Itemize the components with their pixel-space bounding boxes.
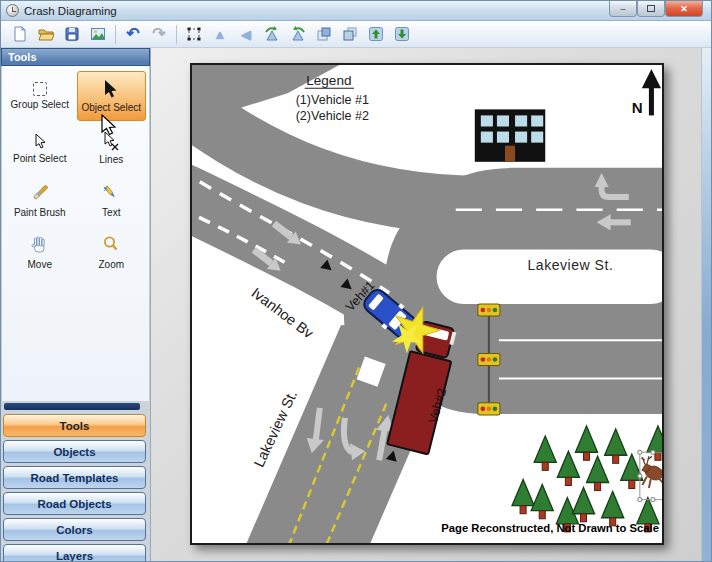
minimize-icon: – bbox=[620, 4, 625, 14]
legend-item: (2)Vehicle #2 bbox=[296, 109, 369, 123]
caption-buttons: – ✕ bbox=[609, 1, 703, 17]
north-arrow[interactable]: N bbox=[632, 69, 661, 116]
rotate-right-button[interactable] bbox=[285, 23, 311, 46]
tool-paint-brush[interactable]: Paint Brush bbox=[5, 175, 75, 225]
tree[interactable] bbox=[512, 479, 534, 513]
rotate-right-icon bbox=[289, 25, 307, 43]
footer-note: Page Reconstructed, Not Drawn to Scale bbox=[441, 522, 659, 534]
accordion-road-templates[interactable]: Road Templates bbox=[3, 466, 146, 489]
accordion-road-objects[interactable]: Road Objects bbox=[3, 492, 146, 515]
undo-button[interactable]: ↶ bbox=[120, 23, 146, 46]
tools-panel-title: Tools bbox=[8, 51, 37, 63]
tool-grid: Group Select Object Select Point Select … bbox=[1, 66, 150, 401]
tree[interactable] bbox=[605, 429, 627, 463]
drawing-workspace: Legend (1)Vehicle #1 (2)Vehicle #2 N bbox=[151, 48, 712, 562]
tool-label: Zoom bbox=[98, 259, 124, 270]
bring-to-front-button[interactable] bbox=[311, 23, 337, 46]
open-file-button[interactable] bbox=[33, 23, 59, 46]
undo-icon: ↶ bbox=[126, 26, 139, 42]
tool-label: Text bbox=[102, 207, 120, 218]
flip-vertical-button[interactable]: ▲ bbox=[207, 23, 233, 46]
tree[interactable] bbox=[602, 492, 624, 526]
building-door bbox=[505, 146, 515, 162]
accordion-layers[interactable]: Layers bbox=[3, 544, 146, 562]
tool-move[interactable]: Move bbox=[5, 227, 75, 277]
accordion-objects[interactable]: Objects bbox=[3, 440, 146, 463]
tool-group-select[interactable]: Group Select bbox=[5, 71, 75, 121]
window-edge bbox=[701, 48, 712, 562]
accordion-label: Road Objects bbox=[37, 498, 111, 510]
image-icon bbox=[89, 25, 107, 43]
select-transform-button[interactable] bbox=[181, 23, 207, 46]
accordion-colors[interactable]: Colors bbox=[3, 518, 146, 541]
flip-horizontal-icon: ◀ bbox=[241, 28, 251, 41]
accordion-tools[interactable]: Tools bbox=[3, 414, 146, 437]
street-label-lakeview-east: Lakeview St. bbox=[527, 257, 613, 273]
text-icon bbox=[100, 182, 122, 204]
move-up-button[interactable] bbox=[363, 23, 389, 46]
main-toolbar: ↶ ↷ ▲ ◀ bbox=[1, 21, 712, 48]
move-down-button[interactable] bbox=[389, 23, 415, 46]
open-folder-icon bbox=[37, 25, 55, 43]
tools-panel-header: Tools bbox=[1, 48, 150, 66]
selection-box-icon bbox=[185, 25, 203, 43]
accordion-label: Road Templates bbox=[31, 472, 119, 484]
legend-item: (1)Vehicle #1 bbox=[296, 93, 369, 107]
deer[interactable] bbox=[641, 456, 664, 488]
panel-accordion: Tools Objects Road Templates Road Object… bbox=[1, 412, 150, 562]
tool-zoom[interactable]: Zoom bbox=[77, 227, 147, 277]
accordion-label: Colors bbox=[56, 524, 92, 536]
paint-brush-icon bbox=[29, 182, 51, 204]
tools-panel: Tools Group Select Object Select Point S… bbox=[1, 48, 151, 562]
traffic-signal bbox=[478, 403, 500, 415]
point-select-icon bbox=[31, 132, 49, 150]
tool-label: Group Select bbox=[11, 99, 69, 110]
pine-trees[interactable] bbox=[512, 426, 664, 532]
save-floppy-icon bbox=[63, 25, 81, 43]
north-label: N bbox=[632, 99, 643, 116]
group-select-icon bbox=[33, 82, 47, 96]
rotate-left-button[interactable] bbox=[259, 23, 285, 46]
panel-divider bbox=[4, 403, 140, 410]
title-bar[interactable]: Crash Diagraming bbox=[1, 1, 712, 21]
tool-point-select[interactable]: Point Select bbox=[5, 123, 75, 173]
object-select-icon bbox=[101, 79, 121, 99]
redo-icon: ↷ bbox=[152, 26, 165, 42]
new-file-button[interactable] bbox=[7, 23, 33, 46]
tree[interactable] bbox=[647, 426, 664, 460]
traffic-signal bbox=[478, 304, 500, 316]
move-hand-icon bbox=[29, 234, 51, 256]
maximize-icon bbox=[647, 5, 655, 12]
close-button[interactable]: ✕ bbox=[665, 1, 703, 17]
zoom-magnifier-icon bbox=[100, 234, 122, 256]
crash-diagram[interactable]: Legend (1)Vehicle #1 (2)Vehicle #2 N bbox=[192, 65, 664, 545]
building[interactable] bbox=[475, 109, 545, 161]
legend[interactable]: Legend (1)Vehicle #1 (2)Vehicle #2 bbox=[296, 73, 369, 123]
flip-horizontal-button[interactable]: ◀ bbox=[233, 23, 259, 46]
mouse-cursor bbox=[100, 114, 120, 138]
send-to-back-button[interactable] bbox=[337, 23, 363, 46]
export-image-button[interactable] bbox=[85, 23, 111, 46]
accordion-label: Layers bbox=[56, 550, 93, 562]
tree[interactable] bbox=[557, 451, 579, 485]
rotate-left-icon bbox=[263, 25, 281, 43]
tool-label: Lines bbox=[99, 154, 123, 165]
traffic-signal bbox=[478, 353, 500, 365]
window-title: Crash Diagraming bbox=[24, 5, 117, 17]
app-window: Crash Diagraming – ✕ ↶ ↷ ▲ ◀ bbox=[0, 0, 712, 562]
tree[interactable] bbox=[531, 484, 553, 518]
tree[interactable] bbox=[534, 436, 556, 470]
tree[interactable] bbox=[575, 426, 597, 460]
maximize-button[interactable] bbox=[637, 1, 665, 17]
minimize-button[interactable]: – bbox=[609, 1, 637, 17]
tool-label: Move bbox=[28, 259, 52, 270]
save-file-button[interactable] bbox=[59, 23, 85, 46]
accordion-label: Tools bbox=[60, 420, 90, 432]
redo-button[interactable]: ↷ bbox=[146, 23, 172, 46]
diagram-canvas[interactable]: Legend (1)Vehicle #1 (2)Vehicle #2 N bbox=[190, 63, 664, 545]
tool-text[interactable]: Text bbox=[77, 175, 147, 225]
toolbar-separator bbox=[115, 25, 116, 44]
tree[interactable] bbox=[587, 456, 609, 490]
tool-label: Paint Brush bbox=[14, 207, 66, 218]
toolbar-separator bbox=[176, 25, 177, 44]
